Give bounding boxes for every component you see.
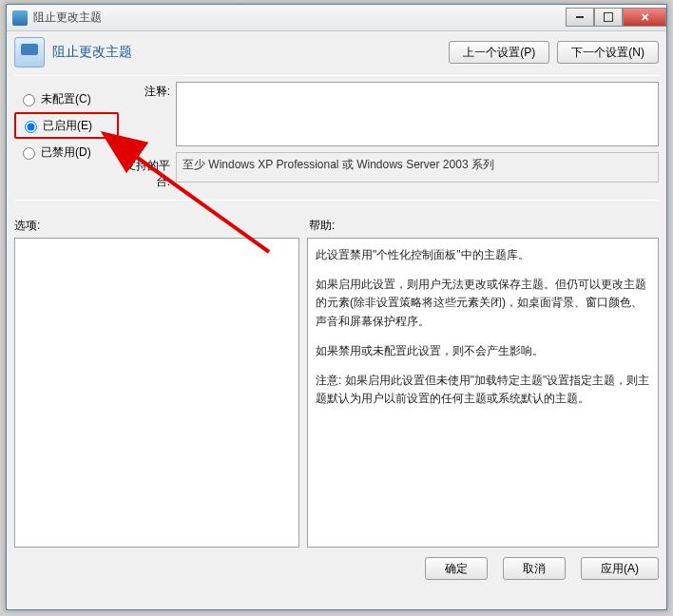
cancel-button[interactable]: 取消 bbox=[503, 557, 566, 580]
radio-enabled-input[interactable] bbox=[25, 121, 37, 133]
radio-disabled-input[interactable] bbox=[23, 147, 35, 160]
close-button[interactable] bbox=[623, 8, 666, 27]
help-text: 此设置禁用"个性化控制面板"中的主题库。 bbox=[316, 246, 650, 264]
radio-disabled[interactable]: 已禁用(D) bbox=[14, 139, 119, 165]
page-title: 阻止更改主题 bbox=[52, 44, 441, 61]
options-panel[interactable] bbox=[14, 238, 299, 548]
titlebar[interactable]: 阻止更改主题 bbox=[7, 5, 666, 31]
next-setting-button[interactable]: 下一个设置(N) bbox=[557, 41, 659, 64]
platform-label: 支持的平台: bbox=[119, 152, 176, 190]
minimize-button[interactable] bbox=[566, 8, 594, 27]
app-icon bbox=[12, 10, 28, 26]
help-label: 帮助: bbox=[309, 218, 335, 234]
radio-label: 已禁用(D) bbox=[41, 144, 91, 161]
maximize-button[interactable] bbox=[594, 8, 623, 27]
help-text: 如果启用此设置，则用户无法更改或保存主题。但仍可以更改主题的元素(除非设置策略将… bbox=[316, 276, 650, 331]
radio-label: 已启用(E) bbox=[43, 118, 92, 134]
policy-icon bbox=[14, 37, 45, 67]
divider bbox=[14, 200, 659, 201]
help-panel[interactable]: 此设置禁用"个性化控制面板"中的主题库。 如果启用此设置，则用户无法更改或保存主… bbox=[307, 238, 659, 548]
prev-setting-button[interactable]: 上一个设置(P) bbox=[449, 41, 549, 64]
radio-enabled[interactable]: 已启用(E) bbox=[14, 112, 119, 139]
help-text: 如果禁用或未配置此设置，则不会产生影响。 bbox=[316, 342, 650, 360]
radio-not-configured-input[interactable] bbox=[23, 94, 35, 106]
comment-textarea[interactable] bbox=[176, 82, 659, 146]
ok-button[interactable]: 确定 bbox=[425, 557, 488, 580]
radio-not-configured[interactable]: 未配置(C) bbox=[14, 86, 119, 112]
apply-button[interactable]: 应用(A) bbox=[581, 557, 659, 580]
dialog-window: 阻止更改主题 阻止更改主题 上一个设置(P) 下一个设置(N) 未配置(C) 已 bbox=[6, 4, 667, 610]
options-label: 选项: bbox=[14, 218, 309, 234]
comment-label: 注释: bbox=[119, 82, 176, 100]
divider bbox=[14, 75, 659, 76]
radio-label: 未配置(C) bbox=[41, 91, 91, 107]
platform-box[interactable]: 至少 Windows XP Professional 或 Windows Ser… bbox=[176, 152, 659, 183]
window-title: 阻止更改主题 bbox=[33, 10, 566, 26]
help-text: 注意: 如果启用此设置但未使用"加载特定主题"设置指定主题，则主题默认为用户以前… bbox=[316, 372, 650, 408]
